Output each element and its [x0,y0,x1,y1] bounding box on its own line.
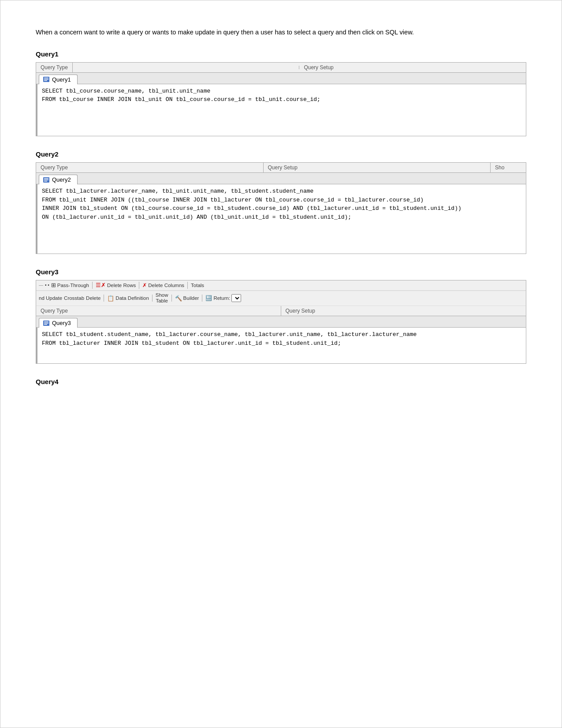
query1-label: Query1 [36,50,526,58]
crosstab-label: Crosstab [64,295,84,301]
crosstab-button[interactable]: Crosstab [64,295,84,301]
query3-box: — • • ⊞ Pass-Through ☰✗ Delete Rows ✗ De… [36,280,526,364]
builder-icon: 🔨 [175,295,182,302]
query3-sql: SELECT tbl_student.student_name, tbl_lac… [36,328,526,363]
query3-label: Query3 [36,268,526,276]
q1-spacer-col [73,66,300,69]
delete-button[interactable]: Delete [86,295,100,301]
query3-tab-bar: Query3 [36,316,526,328]
query1-sql-line1: SELECT tbl_course.course_name, tbl_unit.… [42,87,521,96]
query1-sql: SELECT tbl_course.course_name, tbl_unit.… [36,84,526,136]
svg-rect-1 [44,78,48,78]
query1-toolbar: Query Type Query Setup [36,63,526,73]
q3-tb-sep7 [202,295,202,302]
query1-tab-label: Query1 [52,76,71,83]
totals-label: Totals [191,283,204,288]
q2-type-col: Query Type [36,163,264,172]
q1-type-col: Query Type [36,63,73,72]
svg-rect-3 [44,80,47,81]
query2-toolbar: Query Type Query Setup Sho [36,163,526,173]
delete-label: Delete [86,295,100,301]
intro-text: When a concern want to write a query or … [36,27,526,38]
delete-cols-label: Delete Columns [148,283,184,288]
builder-button[interactable]: 🔨 Builder [175,295,199,302]
q1-setup-col: Query Setup [299,63,526,72]
query2-label: Query2 [36,150,526,158]
builder-label: Builder [183,295,199,301]
query4-section: Query4 [36,378,526,385]
update-button[interactable]: nd Update [39,295,62,301]
query1-section: Query1 Query Type Query Setup [36,50,526,137]
q3-tb-sep6 [171,295,172,302]
show-table-button[interactable]: ShowTable [156,292,168,305]
q3-tb-sep5 [152,295,153,302]
query2-sql-line2: FROM tbl_unit INNER JOIN ((tbl_course IN… [42,196,521,205]
query3-sql-space1 [42,352,521,361]
delete-rows-button[interactable]: ☰✗ Delete Rows [96,282,136,288]
return-select[interactable] [231,294,241,302]
delete-rows-label: Delete Rows [107,283,136,288]
query1-sql-space [42,116,521,125]
q3-tb-sep3 [187,282,188,289]
return-icon: 🔙 [205,295,212,301]
data-def-icon: 📋 [107,295,114,302]
query2-sql-line3: INNER JOIN tbl_student ON (tbl_course.co… [42,204,521,213]
query2-sql-line1: SELECT tbl_lacturer.lacturer_name, tbl_u… [42,187,521,196]
query3-sql-line1: SELECT tbl_student.student_name, tbl_lac… [42,330,521,339]
pass-through-button[interactable]: ⊞ Pass-Through [51,282,89,288]
query2-sql: SELECT tbl_lacturer.lacturer_name, tbl_u… [36,184,526,254]
query2-sql-line4: ON (tbl_lacturer.unit_id = tbl_unit.unit… [42,213,521,222]
query3-toolbar-top: — • • ⊞ Pass-Through ☰✗ Delete Rows ✗ De… [36,280,526,291]
query3-toolbar-mid: nd Update Crosstab Delete 📋 Data Definit… [36,291,526,306]
q3-tb-sep1 [92,282,93,289]
query2-sql-space1 [42,225,521,234]
q2-setup-col: Query Setup [264,163,491,172]
query3-sql-line2: FROM tbl_lacturer INNER JOIN tbl_student… [42,339,521,348]
q2-show-col: Sho [491,163,526,172]
q3-tb-dash1: — [39,283,43,287]
q3-tb-sep4 [104,295,104,302]
query3-tab-label: Query3 [52,320,71,326]
totals-button[interactable]: Totals [191,283,204,288]
q3-setup-col: Query Setup [281,306,526,316]
q3-tb-sep2 [139,282,139,289]
svg-rect-2 [44,79,48,80]
page-container: When a concern want to write a query or … [0,0,562,728]
pass-through-icon: ⊞ [51,282,56,288]
q3-type-col: Query Type [36,306,281,316]
query2-sql-space3 [42,242,521,251]
query2-section: Query2 Query Type Query Setup Sho [36,150,526,254]
delete-rows-icon: ☰✗ [96,282,106,288]
query2-tab-icon [43,177,50,183]
data-definition-button[interactable]: 📋 Data Definition [107,295,149,302]
return-label: Return: [213,295,230,301]
query2-tab-bar: Query2 [36,173,526,184]
query1-sql-line2: FROM tbl_course INNER JOIN tbl_unit ON t… [42,95,521,104]
query1-sql-cursor [42,108,521,116]
svg-rect-11 [44,324,47,325]
query1-box: Query Type Query Setup Query1 [36,62,526,137]
query3-tab-icon [43,320,50,326]
query1-tab-bar: Query1 [36,73,526,84]
query2-sql-space2 [42,234,521,243]
q3-tb-bullet: • • [45,283,49,287]
pass-through-label: Pass-Through [57,283,89,288]
query1-tab[interactable]: Query1 [39,75,78,84]
svg-rect-10 [44,323,48,324]
data-def-label: Data Definition [115,295,149,301]
delete-cols-icon: ✗ [142,282,147,288]
svg-rect-7 [44,181,47,182]
query3-tab[interactable]: Query3 [39,318,78,328]
query2-tab[interactable]: Query2 [39,175,78,184]
query2-tab-label: Query2 [52,176,71,183]
query1-sql-space2 [42,125,521,134]
query4-label: Query4 [36,378,526,385]
svg-rect-6 [44,179,48,180]
svg-rect-9 [44,321,48,322]
return-button[interactable]: 🔙 Return: [205,294,241,302]
delete-columns-button[interactable]: ✗ Delete Columns [142,282,184,288]
query3-section: Query3 — • • ⊞ Pass-Through ☰✗ Delete Ro… [36,268,526,364]
show-table-label: ShowTable [156,292,168,305]
svg-rect-5 [44,178,48,179]
query3-toolbar-bottom: Query Type Query Setup [36,306,526,316]
